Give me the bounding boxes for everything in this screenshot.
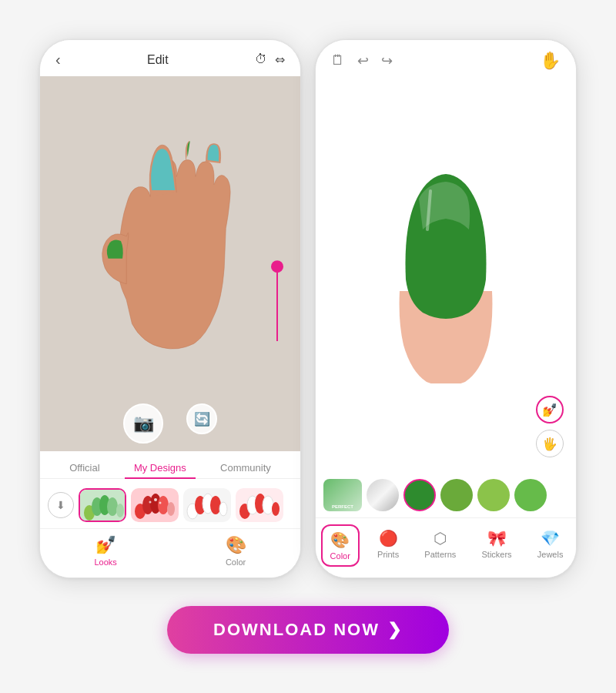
svg-point-12 [154,498,157,501]
camera-button[interactable]: 📷 [123,403,163,444]
hand-illustration [78,141,263,387]
left-top-icons: ⏱ ⇔ [255,52,285,67]
tool-patterns-icon: ⬡ [434,529,447,547]
nail-illustration [369,168,523,383]
right-tool-bar: 🎨 Color 🔴 Prints ⬡ Patterns 🎀 Stickers 💎… [316,517,576,578]
left-top-bar: ‹ Edit ⏱ ⇔ [40,40,300,76]
hand-area: 📷 🔄 [40,76,300,451]
right-top-icons: 🗒 ↩ ↪ [331,52,393,69]
svg-point-11 [167,502,175,516]
tool-color-icon: 🎨 [330,531,350,549]
flip-icon[interactable]: ⇔ [275,52,285,67]
tabs: Official My Designs Community [40,457,300,479]
download-button[interactable]: DOWNLOAD NOW ❯ [167,606,449,654]
swatch-green-dark[interactable] [403,479,436,511]
svg-point-20 [219,502,227,516]
tool-patterns[interactable]: ⬡ Patterns [417,524,464,567]
looks-label: Looks [94,557,116,567]
design-thumb-3[interactable] [183,488,231,522]
tool-stickers[interactable]: 🎀 Stickers [474,524,519,567]
nail-alt-icon[interactable]: 🖐 [536,430,564,457]
back-icon[interactable]: ‹ [55,51,61,69]
nail-select-icon[interactable]: 💅 [536,396,564,424]
redo-icon[interactable]: ↪ [381,52,393,69]
tab-community[interactable]: Community [211,457,280,478]
tool-prints-icon: 🔴 [379,529,398,547]
tab-bar: Official My Designs Community ⬇ [40,451,300,528]
timer-icon[interactable]: ⏱ [255,52,267,67]
tab-my-designs[interactable]: My Designs [125,457,196,478]
swatch-silver[interactable] [367,479,399,511]
swatch-green-med[interactable] [514,479,547,511]
camera-row: 📷 🔄 [40,403,300,444]
tool-stickers-icon: 🎀 [487,529,507,547]
nav-looks[interactable]: 💅 Looks [94,535,116,567]
perfect-label: PERFECT [332,504,353,509]
tool-jewels-label: Jewels [537,550,564,559]
tool-prints[interactable]: 🔴 Prints [370,524,407,567]
svg-point-5 [116,504,124,517]
hand-icon[interactable]: ✋ [540,51,561,71]
left-title: Edit [147,53,169,67]
flip-camera-button[interactable]: 🔄 [186,403,217,434]
tool-prints-label: Prints [377,550,399,559]
swatch-green-mid[interactable] [440,479,473,511]
phones-row: ‹ Edit ⏱ ⇔ [39,39,577,578]
right-phone: 🗒 ↩ ↪ ✋ [315,39,577,578]
tool-jewels-icon: 💎 [541,529,560,547]
nav-color[interactable]: 🎨 Color [226,535,246,567]
design-thumb-4[interactable] [236,488,283,522]
svg-point-13 [149,501,152,504]
tab-official[interactable]: Official [60,457,109,478]
svg-point-10 [158,496,169,514]
pink-dot[interactable] [271,260,283,273]
tool-patterns-label: Patterns [424,550,456,559]
svg-point-4 [107,497,118,516]
nail-container [369,168,523,383]
pink-line [276,264,278,341]
swatch-green-light[interactable] [477,479,510,511]
svg-point-25 [263,496,273,514]
design-strip: ⬇ [40,484,300,528]
tool-color[interactable]: 🎨 Color [321,524,360,567]
svg-point-14 [159,502,162,504]
design-thumb-2[interactable] [131,488,179,522]
download-label: DOWNLOAD NOW [213,620,380,640]
svg-point-26 [272,502,280,516]
tool-jewels[interactable]: 💎 Jewels [530,524,571,567]
design-thumb-1[interactable] [79,488,126,522]
tool-stickers-label: Stickers [481,550,511,559]
nail-area: 💅 🖐 [316,79,576,473]
tool-color-label: Color [330,551,350,561]
color-swatch-row: PERFECT [316,473,576,517]
looks-icon: 💅 [95,535,116,555]
left-bottom-nav: 💅 Looks 🎨 Color [40,528,300,578]
copy-icon[interactable]: 🗒 [331,52,345,69]
color-label: Color [226,557,246,567]
right-top-bar: 🗒 ↩ ↪ ✋ [316,40,576,79]
left-phone: ‹ Edit ⏱ ⇔ [39,39,301,578]
color-icon: 🎨 [226,535,246,555]
swatch-perfect[interactable]: PERFECT [323,479,362,511]
save-design-button[interactable]: ⬇ [48,492,74,518]
undo-icon[interactable]: ↩ [357,52,369,69]
download-arrow: ❯ [387,620,403,640]
